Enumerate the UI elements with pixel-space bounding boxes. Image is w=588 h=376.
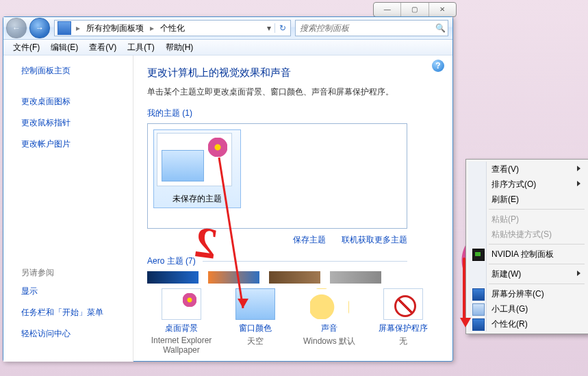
address-bar[interactable]: ▸ 所有控制面板项 ▸ 个性化 ▾ ↻	[54, 20, 291, 36]
ctx-new[interactable]: 新建(W)	[468, 266, 586, 281]
get-themes-online-link[interactable]: 联机获取更多主题	[342, 235, 407, 245]
ctx-sort[interactable]: 排序方式(O)	[468, 177, 586, 192]
arrow-right-icon: →	[36, 23, 44, 33]
chevron-right-icon	[577, 166, 580, 171]
group-aero-themes: Aero 主题 (7)	[147, 255, 407, 267]
quick-sub: 无	[369, 336, 437, 347]
nav-back-button[interactable]: ←	[6, 18, 27, 38]
theme-actions: 保存主题 联机获取更多主题	[147, 234, 407, 246]
search-box[interactable]: 🔍	[295, 20, 448, 36]
breadcrumb-seg-all[interactable]: 所有控制面板项	[81, 21, 148, 36]
close-button[interactable]: ✕	[429, 3, 456, 16]
maximize-button[interactable]: ▢	[400, 3, 428, 16]
quick-label: 窗口颜色	[221, 323, 290, 334]
aero-label: Aero 主题 (7)	[147, 255, 196, 267]
breadcrumb-sep: ▸	[74, 21, 81, 36]
sidebar-display[interactable]: 显示	[21, 286, 103, 297]
quick-label: 屏幕保护程序	[369, 323, 437, 334]
control-panel-window: ← → ▸ 所有控制面板项 ▸ 个性化 ▾ ↻ 🔍 文件(F) 编辑(E) 查看…	[3, 16, 453, 362]
aero-theme-row	[147, 271, 437, 284]
divider	[489, 284, 585, 284]
quick-sub: Internet Explorer Wallpaper	[147, 336, 216, 355]
window-controls: — ▢ ✕	[373, 2, 457, 17]
sidebar-ease[interactable]: 轻松访问中心	[21, 328, 103, 340]
divider	[489, 244, 585, 245]
theme-thumb	[157, 133, 232, 186]
sidebar-lower: 另请参阅 显示 任务栏和「开始」菜单 轻松访问中心	[21, 267, 103, 349]
aero-theme-2[interactable]	[208, 271, 259, 284]
divider	[489, 209, 585, 210]
aero-theme-3[interactable]	[269, 271, 320, 284]
ctx-gadgets[interactable]: 小工具(G)	[468, 301, 586, 316]
breadcrumb-sep: ▸	[148, 21, 155, 36]
quick-label: 声音	[295, 323, 363, 334]
theme-item-unsaved[interactable]: 未保存的主题	[153, 129, 241, 208]
divider	[489, 264, 585, 264]
page-title: 更改计算机上的视觉效果和声音	[147, 66, 437, 79]
chevron-right-icon	[577, 271, 580, 276]
menu-file[interactable]: 文件(F)	[8, 40, 45, 55]
sidebar: 控制面板主页 更改桌面图标 更改鼠标指针 更改帐户图片 另请参阅 显示 任务栏和…	[3, 55, 133, 362]
quick-sound[interactable]: 声音 Windows 默认	[295, 288, 363, 355]
sound-icon	[309, 288, 349, 320]
ctx-resolution[interactable]: 屏幕分辨率(C)	[468, 286, 586, 301]
breadcrumb-seg-personalize[interactable]: 个性化	[155, 21, 189, 36]
menu-view[interactable]: 查看(V)	[84, 40, 122, 55]
page-subtitle: 单击某个主题立即更改桌面背景、窗口颜色、声音和屏幕保护程序。	[147, 86, 437, 98]
quick-desktop-bg[interactable]: 桌面背景 Internet Explorer Wallpaper	[147, 288, 216, 355]
menu-tools[interactable]: 工具(T)	[122, 40, 159, 55]
main-panel: ? 更改计算机上的视觉效果和声音 单击某个主题立即更改桌面背景、窗口颜色、声音和…	[133, 55, 452, 362]
help-icon[interactable]: ?	[432, 60, 444, 72]
resolution-icon	[472, 288, 485, 301]
menubar: 文件(F) 编辑(E) 查看(V) 工具(T) 帮助(H)	[3, 40, 452, 55]
color-icon	[235, 288, 275, 320]
quick-sub: Windows 默认	[295, 336, 363, 347]
chevron-right-icon	[577, 181, 580, 186]
address-dropdown[interactable]: ▾	[264, 23, 274, 33]
control-panel-icon	[57, 21, 71, 35]
ctx-personalize[interactable]: 个性化(R)	[468, 316, 586, 331]
toolbar: ← → ▸ 所有控制面板项 ▸ 个性化 ▾ ↻ 🔍	[3, 17, 452, 40]
personalize-icon	[472, 318, 485, 331]
theme-list: 未保存的主题	[147, 123, 407, 229]
search-input[interactable]	[296, 23, 433, 33]
aero-theme-4[interactable]	[330, 271, 381, 284]
sidebar-desktop-icons[interactable]: 更改桌面图标	[21, 96, 133, 108]
quick-sub: 天空	[221, 336, 290, 347]
theme-label: 未保存的主题	[157, 189, 238, 205]
menu-help[interactable]: 帮助(H)	[160, 40, 199, 55]
divider	[203, 261, 407, 262]
quick-window-color[interactable]: 窗口颜色 天空	[221, 288, 290, 355]
arrow-left-icon: ←	[12, 23, 21, 33]
save-theme-link[interactable]: 保存主题	[293, 235, 326, 245]
gadget-icon	[472, 303, 485, 316]
ctx-view[interactable]: 查看(V)	[468, 162, 586, 177]
ctx-paste: 粘贴(P)	[468, 212, 586, 227]
quick-screensaver[interactable]: 屏幕保护程序 无	[369, 288, 437, 355]
minimize-button[interactable]: —	[374, 3, 400, 16]
window-body: 控制面板主页 更改桌面图标 更改鼠标指针 更改帐户图片 另请参阅 显示 任务栏和…	[3, 55, 452, 362]
sidebar-account-picture[interactable]: 更改帐户图片	[21, 138, 133, 150]
sidebar-home[interactable]: 控制面板主页	[21, 65, 133, 77]
ctx-nvidia[interactable]: NVIDIA 控制面板	[468, 247, 586, 262]
flower-icon	[208, 138, 227, 157]
ctx-paste-shortcut: 粘贴快捷方式(S)	[468, 227, 586, 242]
aero-theme-1[interactable]	[147, 271, 199, 284]
group-my-themes: 我的主题 (1)	[147, 108, 437, 119]
sidebar-seealso: 另请参阅	[21, 267, 103, 279]
quick-settings: 桌面背景 Internet Explorer Wallpaper 窗口颜色 天空…	[147, 288, 437, 355]
wallpaper-icon	[162, 288, 201, 320]
sidebar-mouse-pointer[interactable]: 更改鼠标指针	[21, 117, 133, 129]
refresh-button[interactable]: ↻	[274, 23, 290, 33]
menu-edit[interactable]: 编辑(E)	[45, 40, 84, 55]
window-color-icon	[162, 150, 204, 181]
search-icon[interactable]: 🔍	[433, 23, 448, 33]
sidebar-taskbar[interactable]: 任务栏和「开始」菜单	[21, 307, 103, 318]
nvidia-icon	[472, 249, 485, 261]
desktop-context-menu: 查看(V) 排序方式(O) 刷新(E) 粘贴(P) 粘贴快捷方式(S) NVID…	[465, 159, 588, 334]
screensaver-icon	[383, 288, 423, 320]
ctx-refresh[interactable]: 刷新(E)	[468, 192, 586, 207]
quick-label: 桌面背景	[147, 323, 216, 334]
nav-forward-button[interactable]: →	[29, 18, 50, 38]
